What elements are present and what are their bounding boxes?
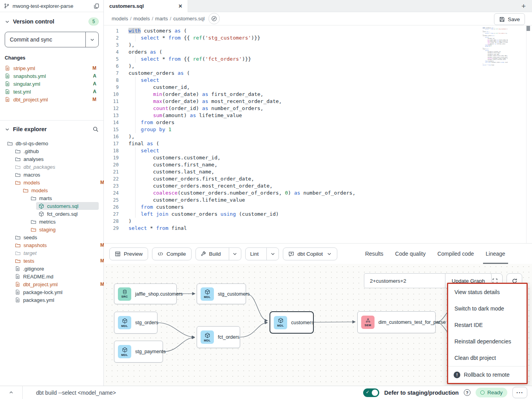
lineage-node-stg-customers[interactable]: MDLstg_customers [197, 283, 246, 304]
change-file-name: singular.yml [13, 81, 40, 87]
defer-label: Defer to staging/production [384, 390, 459, 396]
change-row[interactable]: snapshots.ymlA [5, 72, 99, 80]
code-line: sum(amount) as lifetime_value [128, 112, 355, 119]
expand-command-panel-button[interactable] [9, 390, 14, 395]
preview-button[interactable]: Preview [109, 247, 148, 260]
build-dropdown-caret[interactable] [229, 248, 241, 260]
build-button[interactable]: Build [195, 247, 241, 260]
tree-item-seeds[interactable]: seeds [13, 233, 99, 241]
defer-toggle[interactable]: ✓ [363, 388, 379, 397]
tree-item-tests[interactable]: testsM [13, 257, 99, 265]
save-button[interactable]: Save [494, 13, 525, 25]
menu-item-switch-to-dark-mode[interactable]: Switch to dark mode [448, 300, 527, 317]
tree-item-macros[interactable]: macros [13, 171, 99, 179]
menu-item-clean-dbt-project[interactable]: Clean dbt project [448, 350, 527, 366]
explore-lineage-button[interactable] [208, 13, 220, 24]
tree-item-label: macros [24, 172, 40, 178]
node-label: customers [291, 320, 314, 325]
menu-item-rollback-to-remote[interactable]: ! Rollback to remote [448, 366, 527, 383]
panel-tab-lineage[interactable]: Lineage [480, 244, 511, 264]
lineage-selector-input[interactable]: 2+customers+2 [364, 274, 445, 288]
compile-label: Compile [166, 251, 186, 257]
commit-dropdown-caret[interactable] [85, 32, 98, 47]
code-lines[interactable]: with customers as ( select * from {{ ref… [128, 27, 355, 232]
compile-button[interactable]: Compile [152, 247, 192, 260]
panel-tabs: ResultsCode qualityCompiled codeLineage [359, 244, 511, 264]
tree-item-marts[interactable]: marts [28, 194, 99, 202]
change-row[interactable]: dbt_project.ymlM [5, 96, 99, 103]
more-options-button[interactable]: ··· [512, 387, 527, 398]
tree-item-db-sl-qs-demo[interactable]: db-sl-qs-demo [5, 139, 99, 147]
tree-item-snapshots[interactable]: snapshotsM [13, 241, 99, 249]
tree-item-models[interactable]: modelsM [20, 186, 99, 194]
editor-tabbar: customers.sql × + [104, 0, 532, 12]
chevron-down-icon[interactable] [5, 127, 10, 132]
file-icon [15, 282, 20, 287]
minimap[interactable]: with customers as ( select * from {{ ref… [483, 27, 508, 66]
ide-status-badge[interactable]: Ready [476, 388, 507, 397]
help-icon[interactable]: ? [464, 389, 470, 396]
panel-tab-compiled-code[interactable]: Compiled code [431, 244, 480, 264]
code-line: final as ( [128, 140, 355, 147]
change-row[interactable]: singular.ymlA [5, 80, 99, 88]
tree-item-packages-yml[interactable]: packages.yml [13, 296, 99, 304]
tree-item-dbt-project-yml[interactable]: dbt_project.ymlM [13, 280, 99, 288]
branch-name: mwong-test-explorer-parse [13, 3, 90, 9]
panel-tab-results[interactable]: Results [359, 244, 389, 264]
code-editor[interactable]: 1234567891011121314151617181920212223242… [104, 25, 532, 244]
search-icon[interactable] [92, 126, 99, 132]
tree-item-label: seeds [24, 235, 37, 240]
dbt-copilot-button[interactable]: dbt Copilot [283, 247, 337, 260]
tree-item-metrics[interactable]: metrics [28, 218, 99, 226]
tree-item-analyses[interactable]: analyses [13, 155, 99, 163]
scrollbar-thumb[interactable] [527, 26, 530, 31]
lineage-node-customers[interactable]: MDLcustomers [270, 311, 314, 334]
tree-item--gitignore[interactable]: .gitignore [13, 265, 99, 273]
command-input[interactable]: dbt build --select <model_name> [36, 390, 116, 396]
change-row[interactable]: test.ymlA [5, 88, 99, 96]
file-icon [15, 266, 20, 271]
tree-item-label: packages.yml [23, 297, 54, 303]
copilot-chat-icon [288, 251, 294, 257]
commit-and-sync-button[interactable]: Commit and sync [5, 32, 99, 47]
tree-item-label: marts [39, 195, 52, 201]
close-icon[interactable]: × [179, 3, 182, 9]
tree-item-models[interactable]: modelsM [13, 179, 99, 186]
editor-scrollbar[interactable] [526, 25, 530, 243]
tree-item-label: dbt_packages [24, 164, 55, 170]
tree-item-readme-md[interactable]: README.md [13, 273, 99, 280]
tree-item-target[interactable]: target [13, 249, 99, 257]
tree-item-dbt-packages[interactable]: dbt_packages [13, 163, 99, 171]
tree-item-customers-sql[interactable]: customers.sql [36, 202, 99, 210]
new-tab-button[interactable]: + [521, 2, 526, 10]
menu-item-view-status-details[interactable]: View status details [448, 284, 527, 300]
status-bar: dbt build --select <model_name> ✓ Defer … [0, 386, 532, 399]
commit-button-label[interactable]: Commit and sync [5, 32, 85, 47]
tree-item-staging[interactable]: stagingM [28, 226, 99, 233]
lint-button[interactable]: Lint [245, 247, 279, 260]
change-row[interactable]: stripe.ymlM [5, 64, 99, 72]
lineage-node-fct-orders[interactable]: MDLfct_orders [197, 326, 240, 348]
copy-icon[interactable] [94, 3, 100, 9]
tree-item--github[interactable]: .github [13, 147, 99, 155]
change-status: A [93, 89, 96, 94]
copilot-dropdown-caret[interactable] [327, 251, 332, 256]
tree-item-fct-orders-sql[interactable]: fct_orders.sql [36, 210, 99, 218]
lineage-node-stg-orders[interactable]: MDLstg_orders [114, 312, 157, 334]
lint-dropdown-caret[interactable] [266, 248, 279, 260]
table-icon [115, 251, 121, 257]
tab-customers-sql[interactable]: customers.sql × [104, 0, 188, 12]
change-status: A [93, 73, 96, 79]
branch-header[interactable]: mwong-test-explorer-parse [0, 0, 103, 12]
menu-item-reinstall-dependencies[interactable]: Reinstall dependencies [448, 333, 527, 350]
chevron-down-icon[interactable] [5, 19, 10, 24]
version-control-title: Version control [13, 18, 54, 25]
tree-item-package-lock-yml[interactable]: package-lock.yml [13, 288, 99, 296]
code-line: min(order_date) as first_order_date, [128, 91, 355, 98]
panel-tab-code-quality[interactable]: Code quality [389, 244, 432, 264]
lineage-node-jaffle-shop-customers[interactable]: SRCjaffle_shop.customers [114, 283, 177, 304]
lineage-node-dim-customers-test-for-parse[interactable]: SEMdim_customers_test_for_parse [357, 311, 436, 333]
folder-icon [31, 219, 36, 225]
lineage-node-stg-payments[interactable]: MDLstg_payments [114, 341, 163, 363]
menu-item-restart-ide[interactable]: Restart IDE [448, 317, 527, 333]
